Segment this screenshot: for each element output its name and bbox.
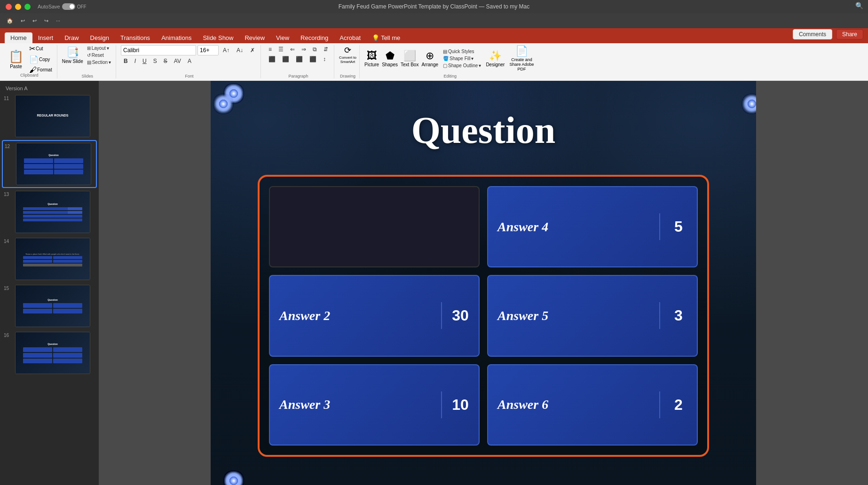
font-row2: B I U S S AV A bbox=[121, 57, 258, 65]
autosave-toggle[interactable] bbox=[62, 3, 75, 10]
italic-button[interactable]: I bbox=[132, 57, 139, 65]
maximize-button[interactable] bbox=[24, 4, 31, 10]
designer-button[interactable]: ✨ Designer bbox=[486, 50, 505, 67]
font-name-input[interactable] bbox=[121, 45, 196, 55]
tab-design[interactable]: Design bbox=[85, 32, 115, 43]
copy-icon: 📄 bbox=[29, 55, 39, 64]
redo-button[interactable]: ↪ bbox=[41, 17, 51, 25]
picture-button[interactable]: 🖼 Picture bbox=[364, 50, 379, 67]
quick-styles-button[interactable]: ▤ Quick Styles bbox=[441, 48, 483, 55]
comments-button[interactable]: Comments bbox=[793, 29, 832, 39]
slide-thumb-16[interactable]: 16 Question bbox=[2, 330, 97, 376]
strikethrough-button[interactable]: S bbox=[161, 57, 170, 65]
shapes-button[interactable]: ⬟ Shapes bbox=[382, 50, 398, 67]
columns-button[interactable]: ⧉ bbox=[310, 45, 320, 54]
layout-button[interactable]: ⊞ Layout ▾ bbox=[85, 45, 113, 51]
textbox-button[interactable]: ⬜ Text Box bbox=[401, 50, 418, 67]
tab-draw[interactable]: Draw bbox=[59, 32, 84, 43]
question-title[interactable]: Question bbox=[411, 109, 556, 152]
tab-tellme[interactable]: 💡 Tell me bbox=[366, 32, 406, 43]
paste-button[interactable]: 📋 Paste bbox=[6, 47, 26, 72]
clipboard-label: Clipboard bbox=[20, 73, 39, 78]
answer-cell-3[interactable]: Answer 3 10 bbox=[269, 364, 480, 446]
section-button[interactable]: ▤ Section ▾ bbox=[85, 59, 113, 65]
answer-cell-1[interactable] bbox=[269, 186, 480, 267]
slides-group-buttons: 📑 New Slide ⊞ Layout ▾ ↺ Reset ▤ bbox=[62, 45, 113, 65]
char-spacing-button[interactable]: AV bbox=[171, 57, 184, 65]
align-left-button[interactable]: ⬛ bbox=[266, 55, 278, 63]
answer-cell-5[interactable]: Answer 5 3 bbox=[487, 275, 698, 356]
convert-smartart-button[interactable]: ⟳ Convert toSmartArt bbox=[339, 45, 356, 64]
quick-styles-icon: ▤ bbox=[443, 49, 447, 54]
window-controls bbox=[6, 4, 31, 10]
slide-panel: Version A 11 REGULAR ROUNDS 12 Question bbox=[0, 81, 99, 485]
slide-thumb-13[interactable]: 13 Question bbox=[2, 189, 97, 235]
bold-button[interactable]: B bbox=[121, 57, 131, 65]
tab-view[interactable]: View bbox=[270, 32, 295, 43]
canvas-area: Question Answer 4 5 Answer 2 30 A bbox=[99, 81, 868, 485]
slide-thumb-12[interactable]: 12 Question bbox=[2, 140, 97, 188]
increase-indent-button[interactable]: ⇒ bbox=[299, 45, 309, 54]
tab-slideshow[interactable]: Slide Show bbox=[197, 32, 239, 43]
tab-insert[interactable]: Insert bbox=[32, 32, 59, 43]
autosave-state: OFF bbox=[77, 4, 87, 9]
slide-thumb-11[interactable]: 11 REGULAR ROUNDS bbox=[2, 93, 97, 139]
line-spacing-button[interactable]: ↕ bbox=[320, 55, 329, 63]
search-icon[interactable]: 🔍 bbox=[855, 2, 863, 9]
underline-button[interactable]: U bbox=[140, 57, 150, 65]
slide-thumb-15[interactable]: 15 Question bbox=[2, 283, 97, 329]
decrease-indent-button[interactable]: ⇐ bbox=[287, 45, 298, 54]
answer-cell-6[interactable]: Answer 6 2 bbox=[487, 364, 698, 446]
justify-button[interactable]: ⬛ bbox=[307, 55, 319, 63]
tab-review[interactable]: Review bbox=[239, 32, 270, 43]
tab-acrobat[interactable]: Acrobat bbox=[334, 32, 366, 43]
numbering-button[interactable]: ☰ bbox=[276, 45, 286, 54]
slide-preview-11: REGULAR ROUNDS bbox=[15, 95, 90, 137]
insert-group-label: Editing bbox=[443, 74, 457, 78]
font-color-button[interactable]: A bbox=[185, 57, 194, 65]
autosave-label: AutoSave bbox=[38, 4, 60, 9]
text-direction-button[interactable]: ⇵ bbox=[321, 45, 331, 54]
arrange-icon: ⊕ bbox=[426, 50, 434, 62]
shape-outline-button[interactable]: ▢ Shape Outline ▾ bbox=[441, 63, 483, 69]
more-button[interactable]: ··· bbox=[53, 17, 63, 24]
copy-button[interactable]: 📄 Copy bbox=[28, 55, 53, 64]
reset-button[interactable]: ↺ Reset bbox=[85, 52, 113, 58]
arrange-button[interactable]: ⊕ Arrange bbox=[421, 50, 438, 67]
home-icon[interactable]: 🏠 bbox=[4, 17, 16, 25]
close-button[interactable] bbox=[6, 4, 12, 10]
new-slide-button[interactable]: 📑 New Slide bbox=[62, 47, 83, 64]
shadow-button[interactable]: S bbox=[150, 57, 160, 65]
tab-transitions[interactable]: Transitions bbox=[115, 32, 156, 43]
bullets-button[interactable]: ≡ bbox=[266, 45, 275, 54]
align-center-button[interactable]: ⬛ bbox=[279, 55, 292, 63]
para-row2: ⬛ ⬛ ⬛ ⬛ ↕ bbox=[266, 55, 331, 63]
clear-format-button[interactable]: ✗ bbox=[247, 46, 258, 55]
undo-button[interactable]: ↩ bbox=[18, 17, 28, 25]
shape-fill-button[interactable]: 🪣 Shape Fill ▾ bbox=[441, 55, 483, 62]
minimize-button[interactable] bbox=[15, 4, 21, 10]
share-button[interactable]: Share bbox=[836, 29, 863, 39]
undo2-button[interactable]: ↩ bbox=[30, 17, 39, 25]
slide-thumb-14[interactable]: 14 Name a place that's filled with peopl… bbox=[2, 236, 97, 282]
tab-animations[interactable]: Animations bbox=[156, 32, 197, 43]
answer-cell-4[interactable]: Answer 4 5 bbox=[487, 186, 698, 267]
light-dot bbox=[229, 477, 238, 485]
answer-6-score: 2 bbox=[659, 391, 697, 418]
align-right-button[interactable]: ⬛ bbox=[293, 55, 306, 63]
create-share-pdf-button[interactable]: 📄 Create and Share Adobe PDF bbox=[507, 45, 536, 71]
shape-outline-icon: ▢ bbox=[443, 63, 447, 68]
section-icon: ▤ bbox=[87, 60, 91, 65]
answer-cell-2[interactable]: Answer 2 30 bbox=[269, 275, 480, 356]
slide-canvas[interactable]: Question Answer 4 5 Answer 2 30 A bbox=[211, 81, 756, 485]
cut-button[interactable]: ✂ Cut bbox=[28, 44, 53, 54]
tab-home[interactable]: Home bbox=[5, 32, 32, 43]
tab-recording[interactable]: Recording bbox=[295, 32, 334, 43]
drawing-group-label: Drawing bbox=[340, 74, 355, 78]
increase-font-button[interactable]: A↑ bbox=[220, 46, 232, 55]
paragraph-group-label: Paragraph bbox=[289, 74, 308, 78]
decrease-font-button[interactable]: A↓ bbox=[234, 46, 246, 55]
font-size-input[interactable] bbox=[197, 45, 219, 55]
layout-icon: ⊞ bbox=[87, 46, 91, 51]
answer-board[interactable]: Answer 4 5 Answer 2 30 Answer 5 3 Answer… bbox=[258, 175, 709, 457]
